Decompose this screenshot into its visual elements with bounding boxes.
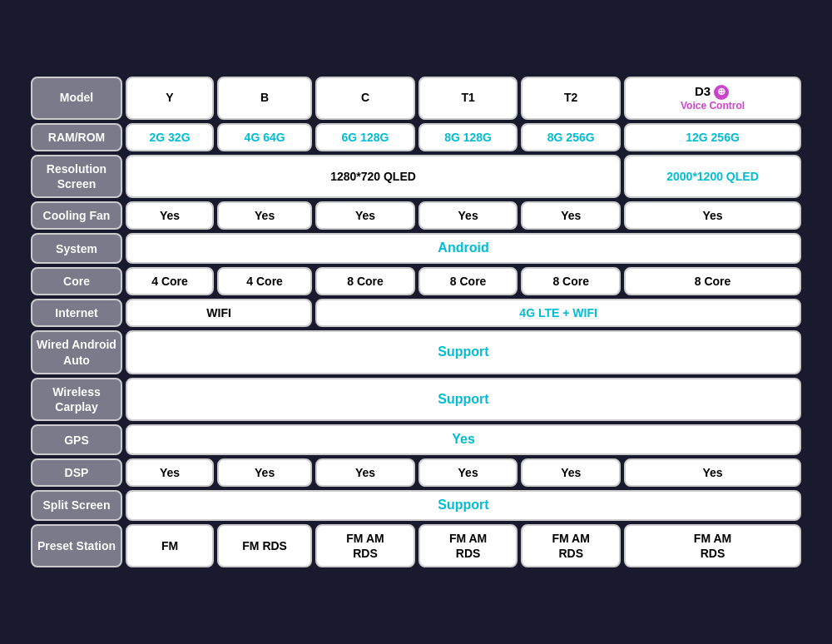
ram-rom-c: 6G 128G [315,123,415,151]
cooling-y: Yes [126,201,214,230]
internet-header: Internet [31,299,122,327]
wireless-carplay-value: Support [126,378,801,421]
cooling-b: Yes [217,201,312,230]
wired-android-value: Support [126,330,801,374]
model-t2: T2 [521,77,621,120]
cooling-fan-row: Cooling Fan Yes Yes Yes Yes Yes Yes [31,201,801,230]
wireless-carplay-header: Wireless Carplay [31,378,122,421]
dsp-t1: Yes [418,458,518,487]
split-screen-header: Split Screen [31,490,122,521]
dsp-c: Yes [315,458,415,487]
wired-android-header: Wired Android Auto [31,330,122,374]
cooling-t1: Yes [418,201,518,230]
dsp-y: Yes [126,458,214,487]
preset-t2: FM AM RDS [521,524,621,567]
preset-station-row: Preset Station FM FM RDS FM AM RDS FM AM… [31,524,801,567]
spec-table: Model Y B C T1 T2 D3 Voice Control RAM/R… [27,73,805,572]
ram-rom-t2: 8G 256G [521,123,621,151]
system-header: System [31,233,122,264]
preset-t1: FM AM RDS [418,524,518,567]
d3-label: D3 [695,84,711,98]
dsp-d3: Yes [624,458,801,487]
resolution-header: Resolution Screen [31,155,122,198]
gps-row: GPS Yes [31,424,801,455]
dsp-header: DSP [31,458,122,487]
core-header: Core [31,267,122,295]
model-y: Y [126,77,214,120]
cooling-c: Yes [315,201,415,230]
dsp-row: DSP Yes Yes Yes Yes Yes Yes [31,458,801,487]
gps-header: GPS [31,424,122,455]
ram-rom-header: RAM/ROM [31,123,122,151]
ram-rom-y: 2G 32G [126,123,214,151]
model-b: B [217,77,312,120]
model-header: Model [31,77,122,120]
split-screen-row: Split Screen Support [31,490,801,521]
cooling-d3: Yes [624,201,801,230]
model-d3: D3 Voice Control [624,77,801,120]
preset-b: FM RDS [217,524,312,567]
model-row: Model Y B C T1 T2 D3 Voice Control [31,77,801,120]
gps-value: Yes [126,424,801,455]
model-t1: T1 [418,77,518,120]
internet-lte: 4G LTE + WIFI [315,299,801,327]
core-b: 4 Core [217,267,312,295]
ram-rom-d3: 12G 256G [624,123,801,151]
resolution-wide: 1280*720 QLED [126,155,621,198]
ram-rom-b: 4G 64G [217,123,312,151]
core-y: 4 Core [126,267,214,295]
internet-wifi: WIFI [126,299,312,327]
model-c: C [315,77,415,120]
resolution-row: Resolution Screen 1280*720 QLED 2000*120… [31,155,801,198]
dsp-b: Yes [217,458,312,487]
preset-c: FM AM RDS [315,524,415,567]
core-d3: 8 Core [624,267,801,295]
dsp-t2: Yes [521,458,621,487]
wireless-carplay-row: Wireless Carplay Support [31,378,801,421]
ram-rom-row: RAM/ROM 2G 32G 4G 64G 6G 128G 8G 128G 8G… [31,123,801,151]
core-t1: 8 Core [418,267,518,295]
voice-control-label: Voice Control [629,100,796,113]
ram-rom-t1: 8G 128G [418,123,518,151]
core-row: Core 4 Core 4 Core 8 Core 8 Core 8 Core … [31,267,801,295]
system-value: Android [126,233,801,264]
spec-table-container: Model Y B C T1 T2 D3 Voice Control RAM/R… [12,58,820,587]
preset-y: FM [126,524,214,567]
resolution-d3: 2000*1200 QLED [624,155,801,198]
cooling-fan-header: Cooling Fan [31,201,122,230]
core-t2: 8 Core [521,267,621,295]
preset-station-header: Preset Station [31,524,122,567]
split-screen-value: Support [126,490,801,521]
preset-d3: FM AM RDS [624,524,801,567]
system-row: System Android [31,233,801,264]
core-c: 8 Core [315,267,415,295]
internet-row: Internet WIFI 4G LTE + WIFI [31,299,801,327]
voice-control-icon [714,85,729,100]
wired-android-row: Wired Android Auto Support [31,330,801,374]
cooling-t2: Yes [521,201,621,230]
